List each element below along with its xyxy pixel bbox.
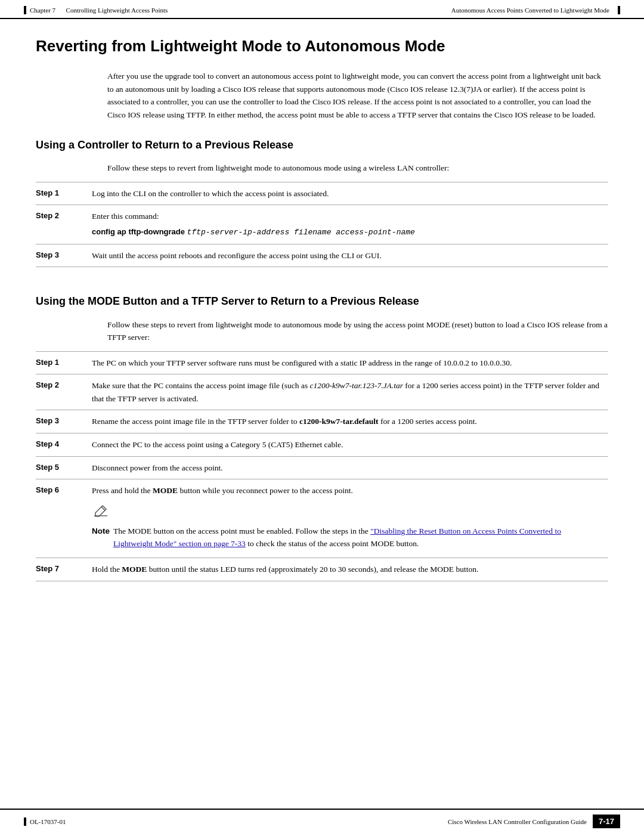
table-row: Step 6 Press and hold the MODE button wh… (36, 479, 608, 558)
step-label: Step 5 (36, 456, 83, 479)
table-row: Step 1 The PC on which your TFTP server … (36, 351, 608, 374)
svg-marker-1 (95, 506, 106, 516)
header-right-title: Autonomous Access Points Converted to Li… (451, 7, 609, 14)
step-label: Step 3 (36, 410, 83, 433)
command-line: config ap tftp-downgrade tftp-server-ip-… (92, 225, 602, 239)
step-content: Enter this command: config ap tftp-downg… (83, 205, 608, 244)
main-content: Reverting from Lightweight Mode to Auton… (0, 19, 644, 634)
note-content: The MODE button on the access point must… (113, 525, 602, 550)
note-label: Note (92, 525, 110, 538)
step-content: Hold the MODE button until the status LE… (83, 558, 608, 581)
table-row: Step 1 Log into the CLI on the controlle… (36, 182, 608, 205)
header-chapter-title: Controlling Lightweight Access Points (66, 7, 168, 14)
table-row: Step 4 Connect the PC to the access poin… (36, 433, 608, 457)
section1-intro: Follow these steps to revert from lightw… (107, 162, 608, 175)
step-label: Step 1 (36, 351, 83, 374)
table-row: Step 5 Disconnect power from the access … (36, 456, 608, 479)
step-content: Wait until the access point reboots and … (83, 244, 608, 267)
section2-heading: Using the MODE Button and a TFTP Server … (36, 295, 608, 308)
note-box: Note The MODE button on the access point… (92, 525, 602, 550)
footer-right-title: Cisco Wireless LAN Controller Configurat… (448, 818, 587, 825)
page-header: Chapter 7 Controlling Lightweight Access… (0, 0, 644, 19)
section2-intro: Follow these steps to revert from lightw… (107, 318, 608, 344)
step-content: Disconnect power from the access point. (83, 456, 608, 479)
step-label: Step 6 (36, 479, 83, 558)
step-content: Rename the access point image file in th… (83, 410, 608, 433)
step-label: Step 3 (36, 244, 83, 267)
intro-paragraph: After you use the upgrade tool to conver… (107, 70, 608, 121)
section2-steps-table: Step 1 The PC on which your TFTP server … (36, 351, 608, 581)
table-row: Step 3 Rename the access point image fil… (36, 410, 608, 433)
step-content: The PC on which your TFTP server softwar… (83, 351, 608, 374)
footer-right: Cisco Wireless LAN Controller Configurat… (448, 815, 620, 828)
step-label: Step 2 (36, 374, 83, 410)
note-pencil-icon (92, 503, 110, 521)
section1-steps-table: Step 1 Log into the CLI on the controlle… (36, 182, 608, 268)
step-content: Connect the PC to the access point using… (83, 433, 608, 457)
step-content: Press and hold the MODE button while you… (83, 479, 608, 558)
step-label: Step 2 (36, 205, 83, 244)
page-number: 7-17 (593, 815, 620, 828)
note-link[interactable]: "Disabling the Reset Button on Access Po… (113, 527, 561, 549)
step-content: Make sure that the PC contains the acces… (83, 374, 608, 410)
step-content: Log into the CLI on the controller to wh… (83, 182, 608, 205)
page-title: Reverting from Lightweight Mode to Auton… (36, 37, 608, 55)
cmd-italic: tftp-server-ip-address filename access-p… (187, 228, 415, 237)
page-footer: OL-17037-01 Cisco Wireless LAN Controlle… (0, 809, 644, 833)
footer-doc-number: OL-17037-01 (30, 818, 66, 825)
cmd-bold: config ap tftp-downgrade (92, 227, 187, 236)
section1-heading: Using a Controller to Return to a Previo… (36, 138, 608, 152)
header-left: Chapter 7 Controlling Lightweight Access… (24, 6, 168, 14)
footer-left: OL-17037-01 (24, 817, 66, 826)
table-row: Step 2 Make sure that the PC contains th… (36, 374, 608, 410)
header-right: Autonomous Access Points Converted to Li… (451, 6, 620, 14)
header-chapter: Chapter 7 (30, 7, 55, 14)
step-label: Step 7 (36, 558, 83, 581)
footer-left-bar (24, 817, 26, 826)
table-row: Step 2 Enter this command: config ap tft… (36, 205, 608, 244)
header-left-bar (24, 6, 26, 14)
header-right-bar (618, 6, 620, 14)
step-label: Step 1 (36, 182, 83, 205)
table-row: Step 7 Hold the MODE button until the st… (36, 558, 608, 581)
step-label: Step 4 (36, 433, 83, 457)
table-row: Step 3 Wait until the access point reboo… (36, 244, 608, 267)
